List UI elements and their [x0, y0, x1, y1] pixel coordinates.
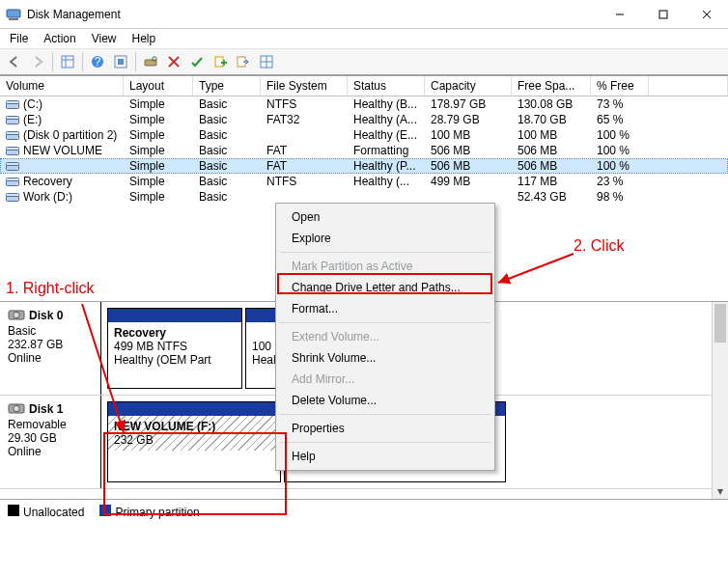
svg-rect-23	[7, 100, 19, 103]
svg-point-39	[14, 405, 19, 411]
cell-type: Basic	[193, 112, 261, 127]
maximize-button[interactable]	[641, 0, 685, 28]
svg-rect-25	[7, 116, 19, 119]
disk-header[interactable]: Disk 0Basic232.87 GBOnline	[0, 302, 101, 395]
toolbar-sep	[52, 52, 53, 71]
cell-volume: (C:)	[0, 96, 124, 112]
cell-free: 117 MB	[512, 174, 591, 189]
ctx-open[interactable]: Open	[278, 206, 492, 228]
cell-pct: 100 %	[591, 158, 649, 174]
volume-row[interactable]: (C:)SimpleBasicNTFSHealthy (B...178.97 G…	[0, 96, 728, 112]
volume-row[interactable]: (Disk 0 partition 2)SimpleBasicHealthy (…	[0, 127, 728, 143]
ctx-properties[interactable]: Properties	[278, 418, 492, 439]
ctx-extend: Extend Volume...	[278, 326, 492, 347]
svg-point-37	[14, 312, 19, 317]
menubar: File Action View Help	[0, 29, 728, 48]
cell-volume: (E:)	[0, 112, 124, 127]
cell-volume: NEW VOLUME	[0, 143, 124, 158]
col-filesystem[interactable]: File System	[261, 76, 348, 96]
cell-volume: (Disk 0 partition 2)	[0, 127, 124, 143]
cell-type: Basic	[193, 127, 261, 143]
ctx-delete[interactable]: Delete Volume...	[278, 390, 492, 411]
svg-rect-0	[7, 10, 20, 17]
menu-help[interactable]: Help	[126, 30, 162, 47]
col-capacity[interactable]: Capacity	[425, 76, 512, 96]
volume-icon	[6, 116, 19, 125]
cell-volume: Recovery	[0, 174, 124, 189]
svg-rect-27	[7, 131, 19, 134]
svg-rect-6	[62, 56, 73, 68]
help-icon[interactable]: ?	[87, 51, 108, 72]
volume-row[interactable]: SimpleBasicFATHealthy (P...506 MB506 MB1…	[0, 158, 728, 174]
disk-icon	[8, 401, 25, 418]
cell-layout: Simple	[124, 127, 193, 143]
annotation-step1: 1. Right-click	[6, 280, 95, 297]
volume-icon	[6, 131, 19, 141]
cell-type: Basic	[193, 96, 261, 112]
view-list-button[interactable]	[57, 51, 78, 72]
ctx-help[interactable]: Help	[278, 446, 492, 467]
menu-action[interactable]: Action	[38, 30, 81, 47]
col-type[interactable]: Type	[193, 76, 261, 96]
cell-layout: Simple	[124, 143, 193, 158]
volume-row[interactable]: NEW VOLUMESimpleBasicFATFormatting506 MB…	[0, 143, 728, 158]
scroll-down-icon[interactable]: ▾	[713, 482, 728, 499]
col-layout[interactable]: Layout	[124, 76, 193, 96]
cell-capacity: 178.97 GB	[425, 96, 512, 112]
cell-type: Basic	[193, 174, 261, 189]
ctx-change-drive-letter[interactable]: Change Drive Letter and Paths...	[278, 277, 492, 298]
cell-status: Healthy (B...	[348, 96, 425, 112]
action-icon[interactable]	[233, 51, 254, 72]
settings-icon[interactable]	[110, 51, 131, 72]
volume-row[interactable]: (E:)SimpleBasicFAT32Healthy (A...28.79 G…	[0, 112, 728, 127]
delete-icon[interactable]	[163, 51, 184, 72]
cell-fs: NTFS	[261, 96, 348, 112]
svg-rect-29	[7, 147, 19, 150]
minimize-button[interactable]	[598, 0, 641, 28]
annotation-step2: 2. Click	[574, 237, 624, 255]
partition-body: NEW VOLUME (F:)232 GB	[108, 416, 280, 451]
grid-icon[interactable]	[256, 51, 277, 72]
cell-fs: NTFS	[261, 174, 348, 189]
ctx-format[interactable]: Format...	[278, 298, 492, 319]
ctx-sep	[280, 322, 490, 323]
partition-body: Recovery499 MB NTFSHealthy (OEM Part	[108, 322, 241, 370]
col-volume[interactable]: Volume	[0, 76, 124, 96]
refresh-icon[interactable]	[140, 51, 161, 72]
col-pctfree[interactable]: % Free	[591, 76, 649, 96]
ctx-shrink[interactable]: Shrink Volume...	[278, 347, 492, 369]
cell-pct: 23 %	[591, 174, 649, 189]
close-button[interactable]	[685, 0, 728, 28]
cell-status: Healthy (P...	[348, 158, 425, 174]
cell-fs	[261, 127, 348, 143]
ctx-explore[interactable]: Explore	[278, 228, 492, 249]
volume-icon	[6, 178, 19, 187]
cell-status: Healthy (A...	[348, 112, 425, 127]
svg-rect-17	[215, 57, 223, 67]
cell-pct: 100 %	[591, 127, 649, 143]
volume-row[interactable]: RecoverySimpleBasicNTFSHealthy (...499 M…	[0, 174, 728, 189]
check-icon[interactable]	[186, 51, 208, 72]
cell-type: Basic	[193, 143, 261, 158]
cell-free: 100 MB	[512, 127, 591, 143]
scroll-thumb[interactable]	[714, 304, 726, 343]
col-free[interactable]: Free Spa...	[512, 76, 591, 96]
cell-free: 130.08 GB	[512, 96, 591, 112]
back-button[interactable]	[4, 51, 25, 72]
menu-view[interactable]: View	[86, 30, 123, 47]
cell-layout: Simple	[124, 174, 193, 189]
cell-layout: Simple	[124, 189, 193, 205]
toolbar-sep	[135, 52, 136, 71]
forward-button[interactable]	[27, 51, 48, 72]
svg-rect-1	[9, 18, 18, 20]
new-icon[interactable]	[210, 51, 231, 72]
cell-free: 18.70 GB	[512, 112, 591, 127]
partition[interactable]: NEW VOLUME (F:)232 GB	[107, 401, 281, 482]
volume-icon	[6, 147, 19, 156]
scrollbar[interactable]: ▴ ▾	[712, 302, 728, 499]
cell-type: Basic	[193, 158, 261, 174]
menu-file[interactable]: File	[4, 30, 34, 47]
partition[interactable]: Recovery499 MB NTFSHealthy (OEM Part	[107, 308, 242, 389]
disk-header[interactable]: Disk 1Removable29.30 GBOnline	[0, 396, 101, 488]
col-status[interactable]: Status	[348, 76, 425, 96]
